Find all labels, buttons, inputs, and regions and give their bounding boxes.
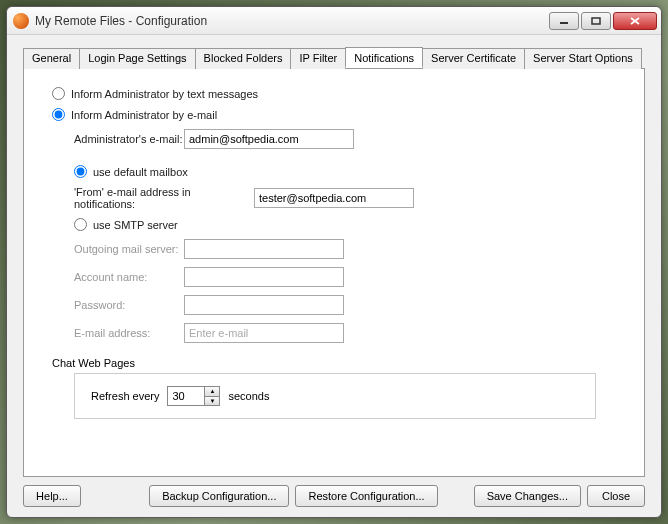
from-email-label: 'From' e-mail address in notifications:	[74, 186, 254, 210]
from-email-row: 'From' e-mail address in notifications:	[74, 186, 616, 210]
smtp-row: use SMTP server	[74, 218, 616, 231]
window-controls	[547, 12, 657, 30]
refresh-unit: seconds	[228, 390, 269, 402]
tab-strip: General Login Page Settings Blocked Fold…	[23, 47, 645, 68]
maximize-button[interactable]	[581, 12, 611, 30]
spinner-arrows: ▲ ▼	[204, 387, 219, 405]
inform-email-radio[interactable]	[52, 108, 65, 121]
refresh-spinner: ▲ ▼	[167, 386, 220, 406]
smtp-radio[interactable]	[74, 218, 87, 231]
default-mailbox-label: use default mailbox	[93, 166, 188, 178]
tab-notifications[interactable]: Notifications	[345, 47, 423, 68]
spinner-up[interactable]: ▲	[205, 387, 219, 397]
smtp-email-label: E-mail address:	[74, 327, 184, 339]
smtp-label: use SMTP server	[93, 219, 178, 231]
smtp-account-row: Account name:	[74, 267, 616, 287]
close-button[interactable]: Close	[587, 485, 645, 507]
from-email-input[interactable]	[254, 188, 414, 208]
admin-email-row: Administrator's e-mail:	[74, 129, 616, 149]
notifications-panel: Inform Administrator by text messages In…	[23, 68, 645, 477]
smtp-account-input[interactable]	[184, 267, 344, 287]
svg-rect-1	[592, 18, 600, 24]
default-mailbox-row: use default mailbox	[74, 165, 616, 178]
tab-server-start-options[interactable]: Server Start Options	[524, 48, 642, 69]
default-mailbox-radio[interactable]	[74, 165, 87, 178]
refresh-value-input[interactable]	[168, 387, 204, 405]
config-window: My Remote Files - Configuration General …	[6, 6, 662, 518]
smtp-email-row: E-mail address:	[74, 323, 616, 343]
chat-pages-fieldset: Refresh every ▲ ▼ seconds	[74, 373, 596, 419]
refresh-row: Refresh every ▲ ▼ seconds	[91, 386, 579, 406]
titlebar: My Remote Files - Configuration	[7, 7, 661, 35]
window-title: My Remote Files - Configuration	[35, 14, 547, 28]
smtp-password-row: Password:	[74, 295, 616, 315]
minimize-button[interactable]	[549, 12, 579, 30]
smtp-password-label: Password:	[74, 299, 184, 311]
tab-general[interactable]: General	[23, 48, 80, 69]
save-changes-button[interactable]: Save Changes...	[474, 485, 581, 507]
smtp-password-input[interactable]	[184, 295, 344, 315]
tab-server-certificate[interactable]: Server Certificate	[422, 48, 525, 69]
refresh-label: Refresh every	[91, 390, 159, 402]
backup-config-button[interactable]: Backup Configuration...	[149, 485, 289, 507]
content-area: General Login Page Settings Blocked Fold…	[7, 35, 661, 517]
tab-ip-filter[interactable]: IP Filter	[290, 48, 346, 69]
close-window-button[interactable]	[613, 12, 657, 30]
tab-blocked-folders[interactable]: Blocked Folders	[195, 48, 292, 69]
inform-text-row: Inform Administrator by text messages	[52, 87, 616, 100]
help-button[interactable]: Help...	[23, 485, 81, 507]
inform-email-row: Inform Administrator by e-mail	[52, 108, 616, 121]
smtp-server-label: Outgoing mail server:	[74, 243, 184, 255]
smtp-account-label: Account name:	[74, 271, 184, 283]
inform-email-label: Inform Administrator by e-mail	[71, 109, 217, 121]
admin-email-input[interactable]	[184, 129, 354, 149]
smtp-email-input[interactable]	[184, 323, 344, 343]
tab-login-page-settings[interactable]: Login Page Settings	[79, 48, 195, 69]
admin-email-label: Administrator's e-mail:	[74, 133, 184, 145]
button-bar: Help... Backup Configuration... Restore …	[23, 477, 645, 507]
smtp-server-input[interactable]	[184, 239, 344, 259]
chat-pages-label: Chat Web Pages	[52, 357, 616, 369]
inform-text-radio[interactable]	[52, 87, 65, 100]
inform-text-label: Inform Administrator by text messages	[71, 88, 258, 100]
spinner-down[interactable]: ▼	[205, 397, 219, 406]
smtp-server-row: Outgoing mail server:	[74, 239, 616, 259]
app-icon	[13, 13, 29, 29]
restore-config-button[interactable]: Restore Configuration...	[295, 485, 437, 507]
